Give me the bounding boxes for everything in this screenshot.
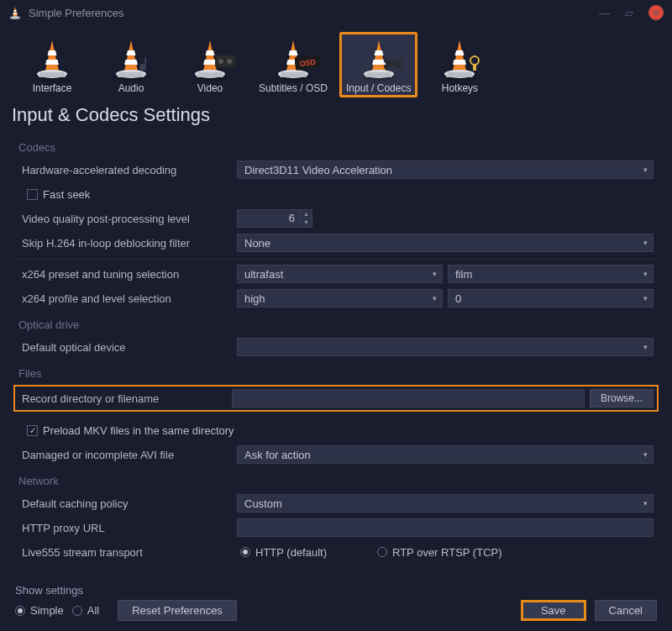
- svg-point-5: [227, 59, 232, 64]
- record-path-row: Record directory or filenameBrowse...: [13, 385, 659, 412]
- svg-rect-11: [473, 64, 476, 71]
- svg-point-4: [218, 59, 223, 64]
- radio-icon: [377, 547, 387, 557]
- category-tabs: Interface Audio Video OSDSubtitles / OSD…: [0, 25, 672, 101]
- hw-decode-select[interactable]: Direct3D11 Video Acceleration: [237, 160, 654, 179]
- tab-video[interactable]: Video: [173, 32, 247, 97]
- titlebar: Simple Preferences — ▱ ✕: [0, 0, 672, 25]
- svg-rect-2: [144, 57, 146, 67]
- optical-device-select[interactable]: [237, 338, 654, 356]
- proxy-input[interactable]: [237, 518, 654, 537]
- cancel-button[interactable]: Cancel: [595, 600, 657, 621]
- x264-profile-label: x264 profile and level selection: [18, 292, 237, 305]
- radio-icon: [72, 606, 82, 616]
- radio-icon: [15, 606, 25, 616]
- tab-input-codecs[interactable]: Input / Codecs: [339, 32, 417, 97]
- fast-seek-checkbox[interactable]: Fast seek: [18, 188, 90, 201]
- footer: Show settings Simple All Reset Preferenc…: [0, 577, 672, 631]
- x264-tuning-select[interactable]: film: [448, 265, 654, 283]
- radio-all[interactable]: All: [72, 604, 99, 617]
- spinner-up-icon[interactable]: ▲: [301, 210, 312, 218]
- proxy-label: HTTP proxy URL: [18, 522, 237, 534]
- browse-button[interactable]: Browse...: [590, 389, 654, 408]
- tab-interface[interactable]: Interface: [15, 32, 89, 97]
- svg-rect-3: [215, 55, 235, 67]
- quality-label: Video quality post-processing level: [18, 213, 237, 225]
- avi-select[interactable]: Ask for action: [237, 445, 654, 464]
- quality-spinner[interactable]: 6▲▼: [237, 209, 312, 228]
- radio-rtsp[interactable]: RTP over RTSP (TCP): [377, 546, 502, 559]
- close-icon[interactable]: ✕: [648, 5, 664, 20]
- x264-level-select[interactable]: 0: [448, 289, 654, 308]
- avi-label: Damaged or incomplete AVI file: [18, 449, 237, 461]
- preload-mkv-checkbox[interactable]: Preload MKV files in the same directory: [18, 424, 234, 437]
- section-network: Network: [18, 468, 654, 492]
- svg-point-10: [470, 56, 479, 65]
- maximize-icon[interactable]: ▱: [625, 7, 633, 19]
- hw-decode-label: Hardware-accelerated decoding: [18, 164, 237, 176]
- save-button[interactable]: Save: [521, 600, 586, 621]
- minimize-icon[interactable]: —: [599, 7, 610, 19]
- x264-preset-select[interactable]: ultrafast: [237, 265, 443, 283]
- app-icon: [8, 6, 22, 19]
- caching-select[interactable]: Custom: [237, 494, 654, 513]
- optical-device-label: Default optical device: [18, 341, 237, 354]
- spinner-down-icon[interactable]: ▼: [301, 218, 312, 227]
- section-optical: Optical drive: [18, 312, 654, 336]
- x264-preset-label: x264 preset and tuning selection: [18, 268, 237, 281]
- checkbox-icon: [27, 189, 38, 200]
- caching-label: Default caching policy: [18, 497, 237, 510]
- tab-audio[interactable]: Audio: [94, 32, 168, 97]
- radio-simple[interactable]: Simple: [15, 604, 64, 617]
- tab-subtitles[interactable]: OSDSubtitles / OSD: [252, 32, 334, 97]
- page-title: Input & Codecs Settings: [0, 101, 672, 134]
- section-codecs: Codecs: [18, 134, 654, 159]
- x264-profile-select[interactable]: high: [237, 289, 443, 308]
- window-title: Simple Preferences: [29, 7, 599, 19]
- skip-filter-label: Skip H.264 in-loop deblocking filter: [18, 237, 237, 250]
- checkbox-icon: [27, 425, 38, 436]
- live555-label: Live555 stream transport: [18, 546, 237, 559]
- radio-http[interactable]: HTTP (default): [240, 546, 327, 559]
- reset-button[interactable]: Reset Preferences: [118, 600, 237, 621]
- radio-icon: [240, 547, 250, 557]
- section-files: Files: [18, 360, 654, 385]
- tab-hotkeys[interactable]: Hotkeys: [423, 32, 496, 97]
- record-path-label: Record directory or filename: [18, 392, 232, 405]
- record-path-input[interactable]: [232, 389, 585, 408]
- skip-filter-select[interactable]: None: [237, 234, 654, 252]
- show-settings-label: Show settings: [15, 584, 237, 597]
